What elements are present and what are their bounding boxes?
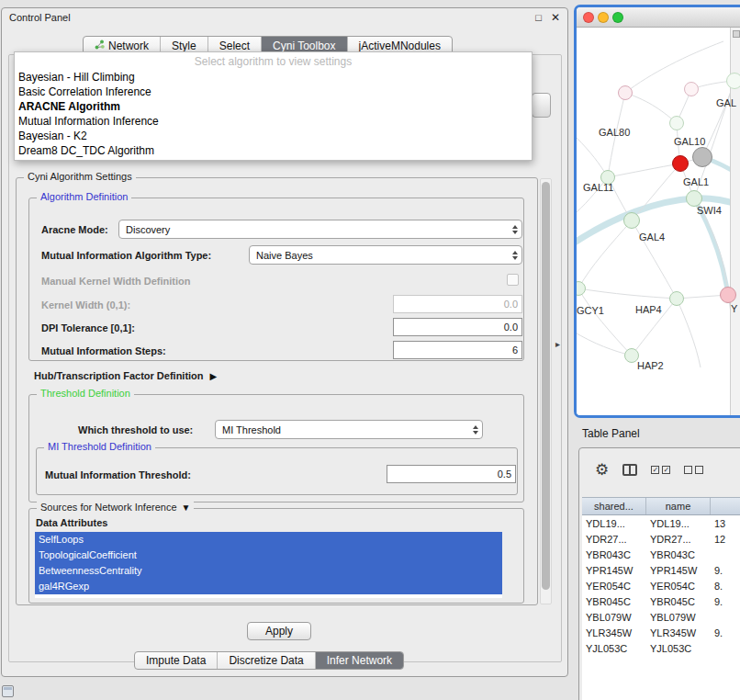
tab-label: jActiveMNodules — [359, 40, 441, 52]
which-threshold-select[interactable]: MI Threshold — [215, 420, 483, 439]
table-row[interactable]: YJL053CYJL053C — [582, 640, 740, 656]
table-cell: YPR145W — [646, 565, 711, 576]
table-cell: YBR045C — [646, 596, 711, 607]
algorithm-option[interactable]: Bayesian - Hill Climbing — [15, 70, 532, 85]
panel-resize-arrow-icon[interactable]: ▸ — [555, 339, 560, 349]
table-cell: 12 — [711, 534, 740, 545]
scrollbar-thumb[interactable] — [542, 182, 550, 590]
select-all-icon[interactable] — [651, 466, 670, 474]
algorithm-option[interactable]: Bayesian - K2 — [15, 129, 532, 143]
deselect-all-icon[interactable] — [684, 466, 703, 474]
network-window-titlebar[interactable] — [577, 7, 740, 28]
network-node[interactable] — [672, 155, 689, 172]
network-node[interactable] — [726, 73, 740, 89]
group-title: Algorithm Definition — [37, 191, 131, 202]
zoom-window-button[interactable] — [612, 12, 623, 23]
node-label: HAP4 — [635, 304, 662, 315]
attribute-item[interactable]: BetweennessCentrality — [35, 563, 502, 579]
settings-gear-icon[interactable]: ⚙ — [595, 462, 609, 478]
attribute-item[interactable]: gal4RGexp — [35, 579, 502, 594]
tab-infer-network[interactable]: Infer Network — [315, 652, 403, 669]
column-header[interactable]: shared... — [582, 498, 646, 514]
table-cell: YER054C — [646, 581, 711, 592]
table-row[interactable]: YDL19...YDL19...13 — [582, 515, 740, 531]
algorithm-option[interactable]: ARACNE Algorithm — [15, 99, 532, 114]
table-cell: YJL053C — [582, 643, 646, 654]
manual-kernel-width-label: Manual Kernel Width Definition — [41, 276, 190, 287]
which-threshold-label: Which threshold to use: — [78, 424, 193, 435]
network-node[interactable] — [623, 212, 640, 229]
columns-icon[interactable] — [622, 464, 637, 476]
column-header[interactable] — [711, 498, 740, 514]
network-node[interactable] — [684, 82, 699, 96]
table-cell: 9. — [711, 596, 740, 607]
table-row[interactable]: YBR045CYBR045C9. — [582, 593, 740, 609]
network-node[interactable] — [692, 147, 712, 167]
selected-value: MI Threshold — [222, 424, 468, 435]
kernel-width-field[interactable] — [393, 295, 522, 313]
settings-scrollbar[interactable] — [540, 178, 552, 604]
dpi-tolerance-label: DPI Tolerance [0,1]: — [41, 322, 135, 333]
tab-label: Select — [219, 40, 250, 52]
table-row[interactable]: YDR27...YDR27...12 — [582, 531, 740, 547]
tab-discretize-data[interactable]: Discretize Data — [217, 652, 314, 669]
collapse-arrow-icon[interactable]: ▼ — [182, 502, 191, 513]
float-window-icon[interactable]: □ — [535, 13, 542, 23]
aracne-mode-select[interactable]: Discovery — [118, 220, 522, 239]
mi-threshold-field[interactable] — [387, 465, 516, 483]
table-row[interactable]: YLR345WYLR345W9. — [582, 625, 740, 640]
close-icon[interactable]: ✕ — [551, 12, 560, 23]
attribute-item[interactable]: TopologicalCoefficient — [35, 548, 502, 563]
combo-stepper-icon — [508, 220, 521, 238]
table-cell: 9. — [711, 627, 740, 638]
mi-algorithm-type-select[interactable]: Naive Bayes — [249, 245, 522, 265]
minimize-window-button[interactable] — [598, 12, 609, 23]
table-row[interactable]: YBL079WYBL079W — [582, 609, 740, 625]
data-attributes-list[interactable]: SelfLoopsTopologicalCoefficientBetweenne… — [35, 532, 502, 598]
control-panel-titlebar: Control Panel □ ✕ — [2, 8, 567, 27]
algorithm-options: Bayesian - Hill ClimbingBasic Correlatio… — [15, 70, 532, 158]
docked-panel-icon[interactable] — [2, 685, 14, 697]
algorithm-option[interactable]: Dream8 DC_TDC Algorithm — [15, 143, 532, 158]
algorithm-option[interactable]: Basic Correlation Inference — [15, 85, 532, 99]
table-cell: YBL079W — [646, 612, 711, 623]
tab-impute-data[interactable]: Impute Data — [135, 652, 217, 669]
algorithm-option[interactable]: Mutual Information Inference — [15, 114, 532, 129]
table-cell: YDR27... — [646, 534, 711, 545]
tab-label: Impute Data — [146, 654, 206, 667]
network-canvas[interactable]: GALGAL80GAL10GAL11GAL1SWI4GAL4GCY1HAP4HA… — [577, 28, 740, 415]
selected-value: Discovery — [126, 224, 508, 235]
table-cell: 8. — [711, 581, 740, 592]
table-cell: YDL19... — [582, 518, 646, 529]
table-row[interactable]: YBR043CYBR043C — [582, 547, 740, 562]
combo-stepper-icon — [508, 246, 521, 264]
group-title: MI Threshold Definition — [44, 441, 155, 452]
mi-steps-field[interactable] — [393, 341, 522, 359]
dpi-tolerance-field[interactable] — [393, 318, 522, 336]
column-header[interactable]: name — [646, 498, 711, 514]
network-node[interactable] — [618, 85, 633, 100]
algorithm-dropdown-popup: Select algorithm to view settings Bayesi… — [14, 51, 533, 161]
hub-definition-expander[interactable]: Hub/Transcription Factor Definition ▶ — [34, 370, 217, 381]
close-window-button[interactable] — [583, 12, 594, 23]
tab-label: Cyni Toolbox — [273, 40, 335, 52]
window-controls: □ ✕ — [535, 12, 560, 23]
apply-button[interactable]: Apply — [247, 622, 311, 640]
scrollbar-button[interactable] — [733, 30, 740, 38]
kernel-width-label: Kernel Width (0,1): — [41, 299, 130, 310]
table-row[interactable]: YPR145WYPR145W9. — [582, 562, 740, 578]
table-cell: YJL053C — [646, 643, 711, 654]
network-node[interactable] — [669, 116, 684, 130]
network-node[interactable] — [669, 291, 684, 306]
manual-kernel-width-checkbox[interactable] — [507, 274, 519, 286]
group-title: Cyni Algorithm Settings — [24, 171, 136, 182]
node-label: GCY1 — [577, 305, 604, 316]
network-edges — [577, 28, 740, 415]
attribute-item[interactable]: SelfLoops — [35, 532, 502, 548]
mi-threshold-label: Mutual Information Threshold: — [45, 469, 191, 480]
table-row[interactable]: YER054CYER054C8. — [582, 578, 740, 593]
table-cell: 13 — [711, 518, 740, 529]
desktop: Control Panel □ ✕ NetworkStyleSelectCyni… — [0, 0, 740, 700]
network-node[interactable] — [720, 287, 736, 303]
table-header-row: shared...name — [582, 497, 740, 515]
